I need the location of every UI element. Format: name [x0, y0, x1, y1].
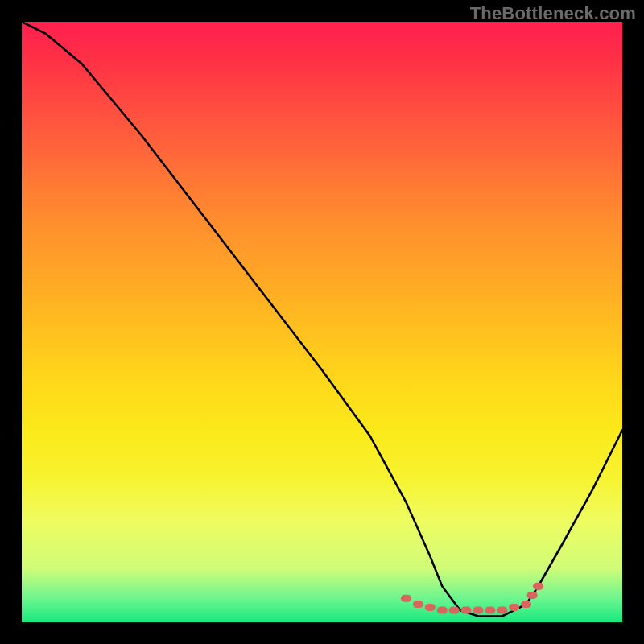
plot-area: [22, 22, 622, 622]
optimal-marker: [485, 607, 495, 614]
optimal-marker: [473, 607, 484, 614]
chart-frame: TheBottleneck.com: [0, 0, 644, 644]
optimal-marker: [533, 583, 543, 590]
optimal-marker: [401, 595, 411, 602]
optimal-marker: [413, 601, 423, 608]
optimal-marker: [527, 592, 538, 599]
optimal-marker: [461, 607, 472, 614]
optimal-marker: [425, 604, 436, 611]
optimal-band-markers-group: [401, 583, 543, 614]
bottleneck-curve-svg: [22, 22, 622, 622]
optimal-marker: [509, 604, 519, 611]
watermark-text: TheBottleneck.com: [470, 3, 636, 24]
optimal-marker: [449, 607, 460, 614]
optimal-marker: [521, 601, 531, 608]
optimal-marker: [497, 607, 507, 614]
bottleneck-curve-path: [22, 22, 622, 617]
curve-group: [22, 22, 622, 617]
optimal-marker: [437, 607, 448, 614]
